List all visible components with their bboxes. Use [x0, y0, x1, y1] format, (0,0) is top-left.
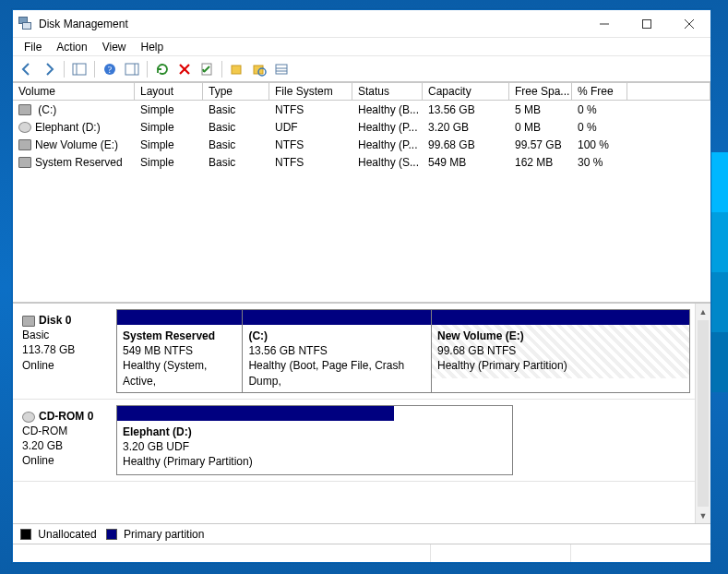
- partition-container: System Reserved549 MB NTFSHealthy (Syste…: [116, 309, 690, 393]
- close-button[interactable]: [668, 10, 710, 37]
- disk-info[interactable]: CD-ROM 0CD-ROM3.20 GBOnline: [17, 405, 116, 475]
- volume-name: New Volume (E:): [35, 138, 118, 151]
- menu-help[interactable]: Help: [134, 39, 172, 55]
- partition-size: 13.56 GB NTFS: [248, 343, 425, 358]
- show-hide-console-tree-button[interactable]: [69, 59, 90, 79]
- partition-status: Healthy (Primary Partition): [123, 454, 388, 469]
- legend: Unallocated Primary partition: [13, 523, 710, 544]
- volume-pct: 0 %: [572, 120, 627, 135]
- partition-header: [432, 310, 689, 325]
- disk-map: Disk 0Basic113.78 GBOnlineSystem Reserve…: [13, 304, 710, 523]
- volume-free: 5 MB: [509, 102, 572, 117]
- disk-info[interactable]: Disk 0Basic113.78 GBOnline: [17, 309, 116, 393]
- delete-button[interactable]: [174, 59, 195, 79]
- disk-size: 113.78 GB: [22, 342, 111, 357]
- partition-name: (C:): [248, 329, 425, 343]
- volume-row[interactable]: (C:)SimpleBasicNTFSHealthy (B...13.56 GB…: [13, 101, 710, 118]
- partition[interactable]: (C:)13.56 GB NTFSHealthy (Boot, Page Fil…: [243, 310, 432, 392]
- volume-fs: NTFS: [269, 138, 352, 152]
- svg-rect-4: [73, 64, 86, 75]
- volume-type: Basic: [203, 120, 269, 135]
- disk-title: CD-ROM 0: [39, 410, 93, 423]
- partition-header: [117, 406, 394, 421]
- menu-action[interactable]: Action: [49, 39, 94, 55]
- partition-name: Elephant (D:): [123, 425, 388, 439]
- new-volume-button[interactable]: [227, 59, 247, 79]
- settings-button[interactable]: [271, 59, 292, 79]
- volume-layout: Simple: [135, 102, 203, 117]
- scroll-up-icon[interactable]: ▲: [696, 304, 710, 319]
- volume-status: Healthy (P...: [352, 138, 423, 152]
- menu-bar: File Action View Help: [13, 38, 710, 56]
- volume-capacity: 549 MB: [423, 155, 509, 170]
- help-topics-button[interactable]: ?: [100, 59, 120, 79]
- volume-capacity: 99.68 GB: [423, 138, 509, 152]
- swatch-primary-icon: [106, 529, 117, 540]
- action-pane-button[interactable]: [122, 59, 142, 79]
- disk-kind: Basic: [22, 328, 111, 342]
- volume-row[interactable]: New Volume (E:)SimpleBasicNTFSHealthy (P…: [13, 136, 710, 153]
- scroll-down-icon[interactable]: ▼: [696, 508, 710, 523]
- volume-pct: 100 %: [572, 138, 627, 152]
- disk-title: Disk 0: [39, 314, 71, 327]
- volume-fs: NTFS: [269, 155, 352, 170]
- legend-primary: Primary partition: [106, 528, 205, 541]
- cd-icon: [22, 412, 35, 423]
- app-icon: [18, 17, 33, 31]
- col-capacity[interactable]: Capacity: [423, 83, 509, 100]
- volume-pct: 0 %: [572, 102, 627, 117]
- partition-header: [117, 310, 242, 325]
- drive-icon: [18, 157, 31, 168]
- volume-name: Elephant (D:): [35, 121, 101, 134]
- volume-type: Basic: [203, 102, 269, 117]
- menu-view[interactable]: View: [95, 39, 134, 55]
- volume-list[interactable]: Volume Layout Type File System Status Ca…: [13, 82, 710, 304]
- volume-capacity: 3.20 GB: [423, 120, 509, 135]
- scroll-thumb[interactable]: [698, 320, 709, 507]
- disk-state: Online: [22, 453, 111, 468]
- partition[interactable]: New Volume (E:)99.68 GB NTFSHealthy (Pri…: [432, 310, 689, 392]
- back-button[interactable]: [17, 59, 37, 79]
- col-file-system[interactable]: File System: [269, 83, 352, 100]
- vertical-scrollbar[interactable]: ▲ ▼: [695, 304, 710, 523]
- col-spacer: [627, 83, 710, 100]
- cd-icon: [18, 122, 31, 133]
- drive-icon: [18, 104, 31, 115]
- titlebar[interactable]: Disk Management: [13, 10, 710, 38]
- maximize-button[interactable]: [626, 10, 668, 37]
- svg-rect-16: [276, 65, 287, 74]
- properties-button[interactable]: [197, 59, 217, 79]
- partition-status: Healthy (System, Active,: [123, 358, 236, 388]
- partition[interactable]: System Reserved549 MB NTFSHealthy (Syste…: [117, 310, 243, 392]
- col-free-space[interactable]: Free Spa...: [509, 83, 572, 100]
- col-volume[interactable]: Volume: [13, 83, 135, 100]
- volume-list-header[interactable]: Volume Layout Type File System Status Ca…: [13, 82, 710, 101]
- volume-free: 162 MB: [509, 155, 572, 170]
- disk-state: Online: [22, 358, 111, 373]
- partition-status: Healthy (Primary Partition): [437, 358, 684, 373]
- col-status[interactable]: Status: [352, 83, 423, 100]
- volume-layout: Simple: [135, 138, 203, 152]
- svg-rect-8: [125, 64, 138, 75]
- col-pct-free[interactable]: % Free: [572, 83, 627, 100]
- svg-rect-13: [232, 66, 241, 74]
- partition[interactable]: Elephant (D:)3.20 GB UDFHealthy (Primary…: [117, 406, 394, 474]
- app-title: Disk Management: [39, 18, 128, 30]
- volume-name: (C:): [35, 103, 56, 116]
- col-layout[interactable]: Layout: [135, 83, 203, 100]
- volume-layout: Simple: [135, 120, 203, 135]
- partition-header: [243, 310, 431, 325]
- volume-status: Healthy (B...: [352, 102, 423, 117]
- rescan-disks-button[interactable]: [249, 59, 269, 79]
- forward-button[interactable]: [39, 59, 59, 79]
- disk-size: 3.20 GB: [22, 438, 111, 453]
- menu-file[interactable]: File: [17, 39, 49, 55]
- legend-unallocated: Unallocated: [20, 528, 97, 541]
- volume-row[interactable]: Elephant (D:)SimpleBasicUDFHealthy (P...…: [13, 118, 710, 136]
- volume-fs: UDF: [269, 120, 352, 135]
- volume-row[interactable]: System ReservedSimpleBasicNTFSHealthy (S…: [13, 153, 710, 171]
- col-type[interactable]: Type: [203, 83, 269, 100]
- minimize-button[interactable]: [583, 10, 626, 37]
- volume-layout: Simple: [135, 155, 203, 170]
- refresh-button[interactable]: [152, 59, 173, 79]
